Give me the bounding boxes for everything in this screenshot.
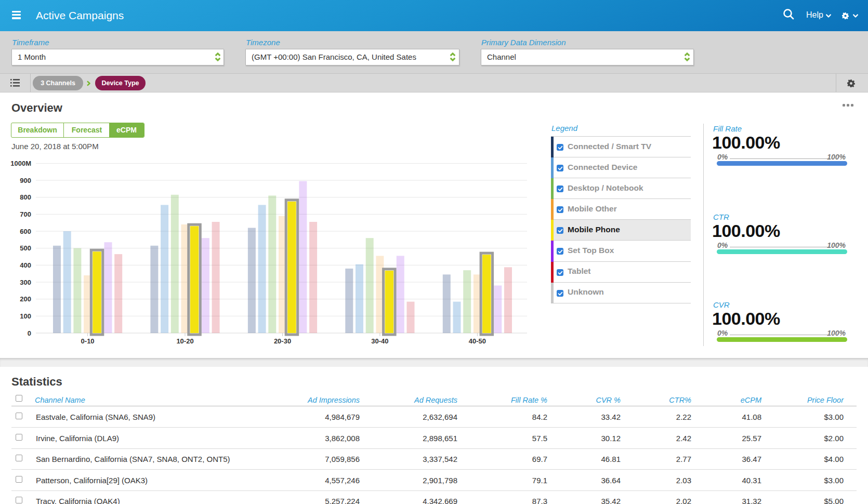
svg-text:500: 500 [20, 244, 31, 252]
svg-text:1000M: 1000M [10, 160, 31, 167]
svg-text:30-40: 30-40 [371, 337, 388, 345]
svg-text:600: 600 [20, 228, 31, 235]
svg-text:20-30: 20-30 [274, 337, 291, 345]
svg-text:300: 300 [20, 278, 31, 286]
svg-text:900: 900 [20, 177, 31, 184]
svg-text:700: 700 [20, 210, 31, 218]
svg-text:40-50: 40-50 [469, 337, 486, 345]
svg-text:0-10: 0-10 [81, 337, 95, 345]
svg-text:10-20: 10-20 [176, 337, 193, 345]
svg-text:200: 200 [20, 295, 31, 303]
svg-text:800: 800 [20, 193, 31, 201]
svg-text:400: 400 [20, 261, 31, 269]
svg-text:0: 0 [28, 329, 31, 337]
svg-text:100: 100 [20, 312, 31, 320]
